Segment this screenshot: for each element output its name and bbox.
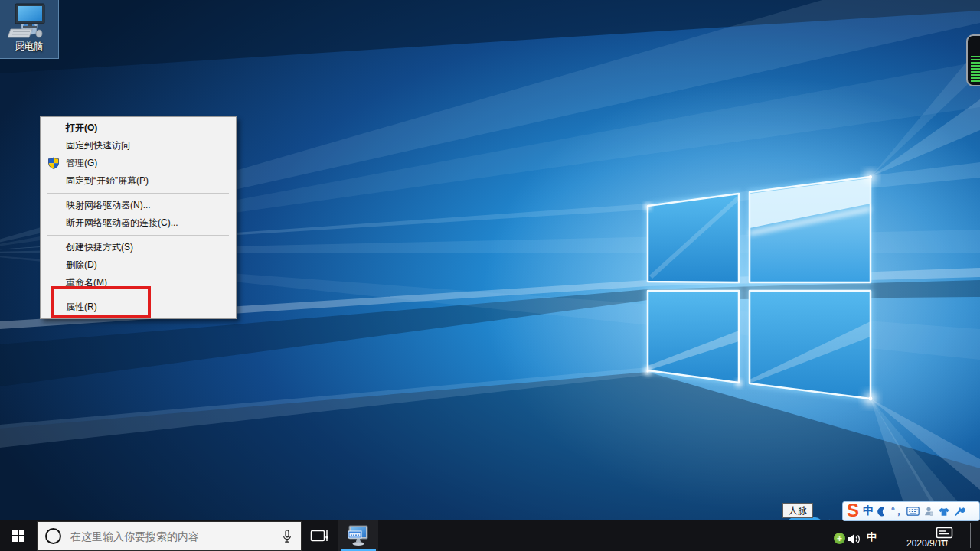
menu-item-map-network-drive[interactable]: 映射网络驱动器(N)... xyxy=(41,197,236,214)
tray-security-icon[interactable]: + xyxy=(834,533,845,544)
volume-osd-fill xyxy=(971,54,980,82)
search-input[interactable] xyxy=(69,530,281,543)
menu-item-pin-to-start-label: 固定到“开始”屏幕(P) xyxy=(66,174,149,187)
menu-item-open-label: 打开(O) xyxy=(66,122,97,135)
task-view-icon xyxy=(310,528,330,543)
taskbar: + 中 2020/9/10 xyxy=(0,520,980,551)
taskbar-app-system-installer[interactable] xyxy=(338,520,378,551)
menu-item-manage-label: 管理(G) xyxy=(66,157,97,170)
menu-separator xyxy=(47,235,229,236)
taskbar-clock-date[interactable]: 2020/9/10 xyxy=(906,538,960,549)
menu-item-disconnect-network-drive-label: 断开网络驱动器的连接(C)... xyxy=(66,217,178,230)
menu-item-rename[interactable]: 重命名(M) xyxy=(41,274,236,292)
sogou-skin-shirt-icon[interactable] xyxy=(938,507,950,517)
sogou-logo-icon[interactable]: S xyxy=(847,502,859,519)
sogou-toolbox-wrench-icon[interactable] xyxy=(954,506,965,517)
show-desktop-button[interactable] xyxy=(970,523,971,548)
context-menu: 打开(O) 固定到快速访问 管理(G) 固定到“开始”屏幕(P) 映射网络 xyxy=(40,116,237,319)
volume-osd-indicator xyxy=(966,34,980,86)
menu-item-pin-quick-access[interactable]: 固定到快速访问 xyxy=(41,137,236,155)
volume-icon[interactable] xyxy=(847,533,861,546)
menu-item-create-shortcut-label: 创建快捷方式(S) xyxy=(66,241,133,254)
sogou-halfwidth-moon-icon[interactable] xyxy=(877,507,887,517)
cortana-icon xyxy=(45,528,61,544)
uac-shield-icon xyxy=(47,157,60,169)
this-pc-label: 此电脑 xyxy=(0,41,58,52)
menu-item-create-shortcut[interactable]: 创建快捷方式(S) xyxy=(41,239,236,256)
this-pc-icon xyxy=(8,3,51,40)
ime-indicator[interactable]: 中 xyxy=(867,530,877,544)
sogou-punctuation-icon[interactable]: °， xyxy=(891,505,903,518)
windows-logo-icon xyxy=(12,530,24,542)
desktop: 回收站 此电脑 打开(O) 固定到快速访问 xyxy=(0,0,980,551)
menu-item-rename-label: 重命名(M) xyxy=(66,276,107,289)
menu-item-manage[interactable]: 管理(G) xyxy=(41,155,236,172)
sogou-account-icon[interactable] xyxy=(923,506,934,517)
taskbar-search-box[interactable] xyxy=(37,521,302,551)
sogou-keyboard-icon[interactable] xyxy=(906,507,920,516)
sogou-ime-toolbar: S 中 °， xyxy=(842,501,980,521)
microphone-icon[interactable] xyxy=(281,528,293,545)
menu-item-properties-label: 属性(R) xyxy=(66,301,97,314)
menu-item-open[interactable]: 打开(O) xyxy=(41,119,236,137)
menu-separator xyxy=(47,295,229,295)
installer-app-icon xyxy=(347,524,370,547)
menu-item-delete[interactable]: 删除(D) xyxy=(41,256,236,274)
menu-item-pin-quick-access-label: 固定到快速访问 xyxy=(66,139,130,152)
menu-item-delete-label: 删除(D) xyxy=(66,259,97,272)
menu-item-pin-to-start[interactable]: 固定到“开始”屏幕(P) xyxy=(41,172,236,190)
start-button[interactable] xyxy=(0,520,37,551)
people-tooltip: 人脉 xyxy=(782,503,813,518)
menu-item-map-network-drive-label: 映射网络驱动器(N)... xyxy=(66,199,151,212)
task-view-button[interactable] xyxy=(302,520,338,551)
menu-item-properties[interactable]: 属性(R) xyxy=(41,298,236,316)
sogou-chinese-mode-icon[interactable]: 中 xyxy=(863,504,874,518)
menu-item-disconnect-network-drive[interactable]: 断开网络驱动器的连接(C)... xyxy=(41,214,236,232)
desktop-icon-this-pc[interactable]: 此电脑 xyxy=(0,0,58,58)
menu-separator xyxy=(47,193,229,194)
